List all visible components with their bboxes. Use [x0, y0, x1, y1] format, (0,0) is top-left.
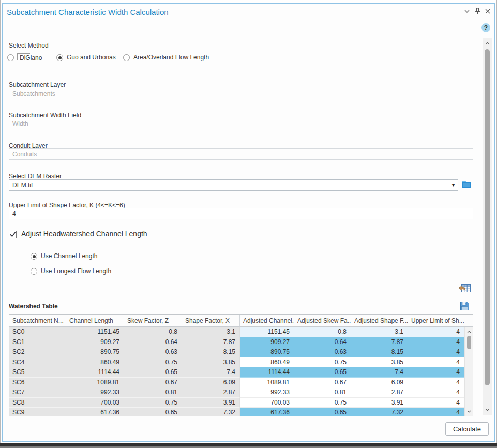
table-cell[interactable]: 700.03 — [240, 398, 294, 408]
table-cell[interactable]: SC6 — [9, 378, 66, 388]
column-header[interactable]: Adjusted Channel... — [240, 315, 294, 327]
table-cell[interactable]: 3.1 — [182, 327, 240, 337]
table-cell[interactable]: 909.27 — [240, 337, 294, 348]
table-cell[interactable]: 0.63 — [124, 347, 182, 357]
close-pane-button[interactable] — [484, 7, 491, 16]
open-table-button[interactable] — [458, 283, 471, 295]
table-cell[interactable]: SC9 — [9, 408, 66, 416]
table-cell[interactable]: 4 — [408, 327, 464, 337]
table-cell[interactable]: SC1 — [9, 337, 66, 348]
table-cell[interactable]: 0.75 — [124, 357, 182, 368]
table-cell[interactable]: 617.36 — [66, 408, 124, 416]
table-cell[interactable]: 1089.81 — [240, 378, 294, 388]
table-cell[interactable]: 3.1 — [351, 327, 408, 337]
table-cell[interactable]: 4 — [408, 398, 464, 408]
column-header[interactable]: Skew Factor, Z — [124, 315, 182, 327]
table-cell[interactable]: 4 — [408, 337, 464, 348]
table-cell[interactable]: 3.85 — [351, 357, 408, 368]
column-header[interactable]: Channel Length — [66, 315, 124, 327]
table-cell[interactable]: 992.33 — [66, 387, 124, 398]
table-cell[interactable]: 0.75 — [294, 357, 351, 368]
table-cell[interactable]: 7.87 — [351, 337, 408, 348]
save-table-button[interactable] — [459, 302, 470, 312]
panel-scrollbar-thumb[interactable] — [485, 49, 490, 385]
table-cell[interactable]: 4 — [408, 357, 464, 368]
shape-factor-limit-input[interactable] — [9, 208, 473, 219]
table-cell[interactable]: 0.65 — [124, 367, 182, 378]
table-cell[interactable]: 992.33 — [240, 387, 294, 398]
table-cell[interactable]: 909.27 — [66, 337, 124, 348]
table-cell[interactable]: 0.65 — [294, 408, 351, 416]
table-cell[interactable]: 0.64 — [294, 337, 351, 348]
radio-use-longest-flow-label[interactable]: Use Longest Flow Length — [41, 267, 111, 275]
column-header[interactable]: Shape Factor, X — [182, 315, 240, 327]
pin-pane-button[interactable] — [474, 7, 481, 16]
table-cell[interactable]: 1151.45 — [240, 327, 294, 337]
table-cell[interactable]: 4 — [408, 387, 464, 398]
table-cell[interactable]: 0.8 — [124, 327, 182, 337]
column-header[interactable]: Adjusted Skew Fa... — [294, 315, 351, 327]
table-cell[interactable]: 1114.44 — [66, 367, 124, 378]
column-header[interactable]: Adjusted Shape F... — [351, 315, 408, 327]
table-cell[interactable]: SC5 — [9, 367, 66, 378]
table-cell[interactable]: 0.81 — [124, 387, 182, 398]
column-header[interactable]: Subcatchment N... — [9, 315, 66, 327]
adjust-headwatershed-label[interactable]: Adjust Headwatershed Channel Length — [21, 230, 147, 238]
table-cell[interactable]: SC2 — [9, 347, 66, 357]
table-cell[interactable]: 0.75 — [294, 398, 351, 408]
table-cell[interactable]: 4 — [408, 347, 464, 357]
radio-guo-urbonas[interactable] — [56, 54, 63, 61]
collapse-pane-button[interactable] — [463, 7, 471, 16]
radio-digiano[interactable] — [7, 54, 14, 61]
table-cell[interactable]: 0.75 — [124, 398, 182, 408]
table-cell[interactable]: 3.91 — [351, 398, 408, 408]
table-cell[interactable]: 0.64 — [124, 337, 182, 348]
table-cell[interactable]: SC8 — [9, 398, 66, 408]
table-cell[interactable]: 0.81 — [294, 387, 351, 398]
table-cell[interactable]: 0.63 — [294, 347, 351, 357]
table-cell[interactable]: 860.49 — [240, 357, 294, 368]
table-cell[interactable]: SC4 — [9, 357, 66, 368]
table-cell[interactable]: 6.09 — [182, 378, 240, 388]
radio-digiano-label[interactable]: DiGiano — [17, 53, 44, 63]
table-cell[interactable]: 1114.44 — [240, 367, 294, 378]
table-cell[interactable]: 860.49 — [66, 357, 124, 368]
radio-area-overland-label[interactable]: Area/Overland Flow Length — [133, 54, 209, 61]
table-cell[interactable]: 7.4 — [351, 367, 408, 378]
adjust-headwatershed-checkbox[interactable] — [9, 231, 17, 238]
table-cell[interactable]: 0.67 — [294, 378, 351, 388]
table-scrollbar-thumb[interactable] — [467, 336, 471, 349]
table-cell[interactable]: 7.32 — [351, 408, 408, 416]
radio-use-channel-length-label[interactable]: Use Channel Length — [41, 252, 97, 260]
table-cell[interactable]: 0.67 — [124, 378, 182, 388]
table-cell[interactable]: 890.75 — [66, 347, 124, 357]
table-scroll-up-button[interactable] — [465, 328, 473, 335]
table-scroll-down-button[interactable] — [465, 408, 473, 414]
radio-guo-urbonas-label[interactable]: Guo and Urbonas — [67, 54, 116, 61]
table-cell[interactable]: 0.65 — [124, 408, 182, 416]
radio-use-longest-flow[interactable] — [31, 268, 37, 275]
table-cell[interactable]: 617.36 — [240, 408, 294, 416]
table-cell[interactable]: 0.8 — [294, 327, 351, 337]
table-cell[interactable]: 4 — [408, 367, 464, 378]
table-cell[interactable]: SC0 — [9, 327, 66, 337]
table-cell[interactable]: 0.65 — [294, 367, 351, 378]
table-cell[interactable]: 7.32 — [182, 408, 240, 416]
calculate-button[interactable]: Calculate — [445, 422, 489, 436]
table-cell[interactable]: 7.4 — [182, 367, 240, 378]
table-cell[interactable]: 8.15 — [182, 347, 240, 357]
table-cell[interactable]: 4 — [408, 378, 464, 388]
column-header[interactable]: Upper Limit of Sh... — [408, 315, 464, 327]
table-cell[interactable]: 700.03 — [66, 398, 124, 408]
table-cell[interactable]: 7.87 — [182, 337, 240, 348]
table-cell[interactable]: 6.09 — [351, 378, 408, 388]
radio-use-channel-length[interactable] — [31, 253, 37, 260]
panel-scroll-down-button[interactable] — [483, 406, 492, 413]
table-cell[interactable]: 3.85 — [182, 357, 240, 368]
help-button[interactable]: ? — [481, 23, 490, 32]
table-cell[interactable]: 1151.45 — [66, 327, 124, 337]
table-cell[interactable]: SC7 — [9, 387, 66, 398]
table-cell[interactable]: 8.15 — [351, 347, 408, 357]
browse-folder-button[interactable] — [461, 180, 472, 190]
radio-area-overland[interactable] — [123, 54, 130, 61]
